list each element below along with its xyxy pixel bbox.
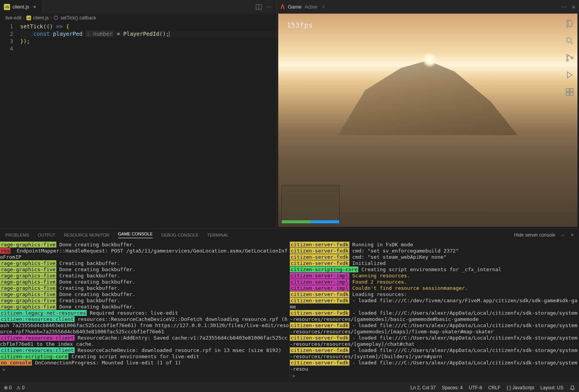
editor-tab-client-js[interactable]: JS client.js × (0, 0, 42, 14)
breadcrumb-item[interactable]: setTick() callback (60, 15, 96, 21)
panel-tab-debug-console[interactable]: DEBUG CONSOLE (161, 233, 199, 237)
log-line: citizen-server-fxdk Initialized (290, 260, 579, 267)
eol[interactable]: CRLF (488, 385, 501, 390)
indent-setting[interactable]: Spaces: 4 (442, 385, 462, 390)
log-tag: citizen-server-fxdk (290, 347, 349, 353)
log-line: citizen-server-fxdk - loaded file:///C:/… (290, 335, 579, 347)
game-pane: Λ Game Active × ⋯ ≡ 153fps (277, 0, 579, 228)
log-tag: citizen:resources:client (0, 347, 75, 353)
menu-icon[interactable]: ≡ (572, 4, 575, 10)
health-bar (282, 220, 310, 223)
panel-tabs: PROBLEMSOUTPUTRESOURCE MONITORGAME CONSO… (0, 228, 579, 241)
log-line: citizen-scripting-core Creating script e… (290, 267, 579, 273)
log-tag: rage-graphics-five (0, 279, 56, 285)
log-message: Done creating backbuffer. (56, 242, 136, 247)
log-tag: no_console (0, 360, 32, 366)
log-message: Done creating backbuffer. (56, 304, 136, 310)
log-tag: rage-graphics-five (0, 273, 56, 279)
log-message: ResourceCacheDevice: downloaded resource… (75, 347, 281, 353)
fps-counter: 153fps (287, 21, 313, 29)
log-line: citizen:resources:client ResourceCacheDe… (0, 347, 290, 354)
line-number: 2 (0, 30, 13, 38)
chevron-up-icon[interactable]: ︿ (561, 232, 565, 238)
search-icon[interactable] (565, 36, 574, 45)
keyboard-layout[interactable]: Layout: US (541, 385, 563, 390)
svg-rect-9 (570, 89, 573, 92)
code-line[interactable]: const playerPed : number = PlayerPedId()… (20, 30, 276, 38)
code-line[interactable]: }); (20, 38, 276, 45)
log-tag: rage-graphics-five (0, 304, 56, 310)
armor-bar (310, 220, 339, 223)
log-message: Loading resources: (349, 291, 407, 297)
encoding[interactable]: UTF-8 (469, 385, 482, 390)
close-icon[interactable]: × (321, 4, 327, 10)
run-debug-icon[interactable] (565, 70, 574, 80)
log-message: cmd: "set sv_enforcegamebuild 2372" (349, 248, 459, 254)
close-icon[interactable]: × (31, 4, 38, 10)
log-tag: citizen-legacy-net-resources (0, 310, 87, 316)
svg-point-2 (567, 38, 571, 42)
breadcrumb-item[interactable]: client.js (33, 15, 49, 21)
breadcrumb-item[interactable]: live-edit (5, 15, 21, 21)
log-tag: citizen-server-fxdk (290, 298, 349, 303)
log-tag: rage-graphics-five (0, 291, 56, 297)
log-tag: citizen-server-fxdk (290, 310, 349, 316)
log-tag: citizen-server-impl (290, 279, 349, 285)
panel-tab-game-console[interactable]: GAME CONSOLE (118, 232, 153, 238)
log-message: Done creating backbuffer. (56, 291, 136, 297)
log-message: Scanning resources. (349, 273, 410, 279)
svg-rect-10 (566, 92, 569, 96)
errors-count[interactable]: ⊗ 0 (4, 385, 12, 390)
game-tabs: Λ Game Active × ⋯ ≡ (277, 0, 579, 14)
activity-bar (560, 14, 579, 97)
log-line: rage-graphics-five Creating backbuffer. (0, 260, 290, 267)
source-control-icon[interactable] (565, 53, 574, 63)
more-icon[interactable]: ⋯ (267, 4, 272, 10)
log-line: citizen-server-fxdk Loading resources: (290, 291, 579, 298)
log-line: citizen-server-fxdk - loaded file:///C:/… (290, 322, 579, 335)
log-message: OnConnectionProgress: Mounted live-edit … (32, 360, 181, 366)
panel-tab-resource-monitor[interactable]: RESOURCE MONITOR (64, 233, 109, 237)
log-message: Creating script environments for live-ed… (68, 354, 199, 359)
log-message: Creating script environments for _cfx_in… (358, 267, 501, 272)
svg-point-4 (567, 55, 569, 57)
code-line[interactable]: setTick(() => { (20, 23, 276, 30)
scene-sun (422, 52, 438, 68)
console-prompt[interactable]: > (0, 366, 290, 374)
status-bar: ⊗ 0 ⚠ 0 Ln 2, Col 37 Spaces: 4 UTF-8 CRL… (0, 383, 579, 392)
log-tag: citizen-server-fxdk (290, 360, 349, 366)
close-icon[interactable]: × (571, 232, 574, 238)
cursor-position[interactable]: Ln 2, Col 37 (410, 385, 436, 390)
line-gutter: 1234 (0, 23, 20, 52)
method-icon (53, 15, 59, 21)
panel-tab-terminal[interactable]: TERMINAL (207, 233, 229, 237)
hide-server-console-link[interactable]: Hide server console (514, 232, 555, 238)
log-line: rage-graphics-five Creating backbuffer. (0, 285, 290, 291)
split-editor-icon[interactable] (256, 4, 262, 10)
code-editor[interactable]: 1234 setTick(() => { const playerPed : n… (0, 22, 276, 52)
extensions-icon[interactable] (565, 87, 574, 97)
bell-icon[interactable] (570, 385, 575, 390)
files-icon[interactable] (565, 19, 574, 28)
game-tab[interactable]: Λ Game Active × (281, 0, 327, 14)
game-viewport[interactable]: 153fps (278, 14, 577, 227)
breadcrumb[interactable]: live-edit › JS client.js › setTick() cal… (0, 14, 276, 22)
log-message: Found 2 resources. (349, 279, 407, 285)
console-prompt[interactable]: > (290, 372, 579, 380)
log-tag: citizen-server-impl (290, 273, 349, 279)
client-console[interactable]: rage-graphics-five Done creating backbuf… (0, 241, 290, 383)
log-line: rage-graphics-five Done creating backbuf… (0, 242, 290, 248)
panel-tab-problems[interactable]: PROBLEMS (5, 233, 29, 237)
panel-tab-output[interactable]: OUTPUT (38, 233, 55, 237)
language-mode[interactable]: { } JavaScript (507, 385, 534, 390)
log-line: citizen-scripting-core Creating script e… (0, 354, 290, 360)
js-file-icon: JS (26, 15, 31, 21)
log-tag: citizen-server-fxdk (290, 242, 349, 247)
js-file-icon: JS (4, 4, 10, 10)
warnings-count[interactable]: ⚠ 0 (16, 385, 24, 390)
bottom-panel: PROBLEMSOUTPUTRESOURCE MONITORGAME CONSO… (0, 228, 579, 383)
svg-point-5 (567, 59, 569, 61)
log-tag: ros (0, 248, 10, 254)
server-console[interactable]: citizen-server-fxdk Running in FxDK mode… (290, 241, 579, 383)
more-icon[interactable]: ⋯ (561, 4, 567, 10)
